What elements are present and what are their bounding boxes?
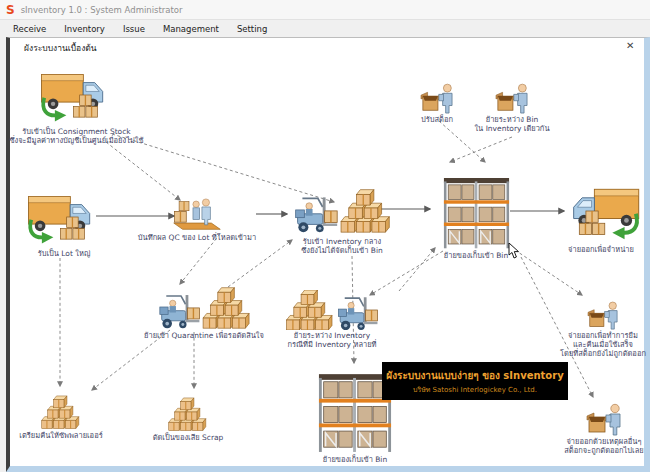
node-issue-sale[interactable]: จ่ายออกเพื่อจำหน่าย [558, 178, 644, 254]
menu-issue[interactable]: Issue [114, 22, 154, 36]
node-adjust-stock[interactable]: ปรับสต็อก [407, 82, 467, 124]
node-label: ซึ่งยังไม่ได้จัดเก็บเข้า Bin [301, 246, 383, 255]
node-issue-other[interactable]: จ่ายออกด้วยเหตุผลอื่นๆสต็อกจะถูกตัดออกไป… [560, 402, 648, 455]
caption-box: ผังระบบงานแบบง่ายๆ ของ sInventory บริษัท… [382, 362, 568, 400]
qc-station-icon [171, 198, 223, 232]
truck-icon [37, 64, 117, 126]
window-title: sInventory 1.0 : System Administrator [21, 5, 183, 15]
node-label: บันทึกผล QC ของ Lot ที่โหลดเข้ามา [138, 233, 256, 242]
node-qc[interactable]: บันทึกผล QC ของ Lot ที่โหลดเข้ามา [148, 198, 246, 242]
node-label: จ่ายออกเพื่อทำการยืม [560, 331, 646, 340]
node-label: และคืนเมื่อใช้เสร็จ [560, 340, 646, 349]
node-label: ย้ายของเก็บเข้า Bin [444, 251, 508, 260]
node-move-between-inventory[interactable]: ย้ายระหว่าง Inventoryกรณีที่มี Inventory… [276, 290, 388, 349]
node-label: จ่ายออกด้วยเหตุผลอื่นๆ [564, 437, 643, 446]
node-label: ซึ่งจะมีมูลค่าทางบัญชีเป็นศูนย์เมื่อยังไ… [9, 136, 143, 145]
node-label: ตัดเป็นของเสีย Scrap [153, 433, 224, 442]
node-store-bin[interactable]: ย้ายของเก็บเข้า Bin [436, 178, 516, 260]
node-label: กรณีที่มี Inventory หลายที่ [287, 340, 376, 349]
caption-title: ผังระบบงานแบบง่ายๆ ของ sInventory [386, 368, 563, 383]
app-logo-icon: S [6, 4, 15, 16]
app-window: { "window": { "logo": "S", "title": "sIn… [0, 0, 650, 472]
node-label: จ่ายออกเพื่อจำหน่าย [568, 245, 634, 254]
person-box-icon [586, 402, 622, 436]
node-label: รับเป็น Lot ใหญ่ [38, 249, 91, 258]
box-pile-icon [35, 390, 87, 430]
node-label: รับเข้า Inventory กลาง [301, 237, 383, 246]
person-box-icon [495, 82, 529, 114]
menu-bar: Receive Inventory Issue Management Setti… [0, 20, 650, 37]
menu-setting[interactable]: Setting [228, 22, 276, 36]
node-receive-lot[interactable]: รับเป็น Lot ใหญ่ [10, 186, 118, 258]
person-box-icon [587, 300, 619, 330]
pyramid-forklift-icon [282, 290, 382, 330]
node-label: เตรียมคืนให้ซัพพลายเออร์ [19, 431, 102, 440]
node-return-supplier[interactable]: เตรียมคืนให้ซัพพลายเออร์ [18, 390, 104, 440]
truck-icon [24, 186, 104, 248]
node-label: ใน Inventory เดียวกัน [474, 124, 549, 133]
rack-icon [443, 178, 510, 250]
node-label: ย้ายระหว่าง Inventory [287, 331, 376, 340]
node-scrap[interactable]: ตัดเป็นของเสีย Scrap [145, 392, 231, 442]
node-quarantine[interactable]: ย้ายเข้า Quarantine เพื่อรอตัดสินใจ [146, 284, 262, 340]
node-label: ย้ายเข้า Quarantine เพื่อรอตัดสินใจ [144, 331, 264, 340]
node-label: ย้ายระหว่าง Bin [474, 115, 549, 124]
node-label: สต็อกจะถูกตัดออกไปเลย [564, 446, 643, 455]
menu-management[interactable]: Management [154, 22, 228, 36]
node-label: ย้ายของเก็บเข้า Bin [323, 455, 387, 464]
node-label: ปรับสต็อก [421, 115, 453, 124]
forklift-pyramid-icon [156, 284, 252, 330]
box-pile-icon [162, 392, 214, 432]
node-receive-inventory[interactable]: รับเข้า Inventory กลางซึ่งยังไม่ได้จัดเก… [288, 180, 396, 255]
truck-icon [559, 178, 643, 244]
person-box-icon [420, 82, 454, 114]
menu-receive[interactable]: Receive [4, 22, 55, 36]
panel-title: ผังระบบงานเบื้องต้น [24, 41, 97, 55]
mouse-cursor [508, 243, 520, 259]
node-borrow[interactable]: จ่ายออกเพื่อทำการยืมและคืนเมื่อใช้เสร็จโ… [556, 300, 650, 358]
title-bar: S sInventory 1.0 : System Administrator [0, 0, 650, 20]
node-move-between-bin[interactable]: ย้ายระหว่าง Binใน Inventory เดียวกัน [480, 82, 544, 133]
close-icon[interactable]: ✕ [626, 40, 634, 51]
node-label: รับเข้าเป็น Consignment Stock [9, 127, 143, 136]
rack-icon [318, 374, 392, 454]
node-label: โดยที่สต็อกยังไม่ถูกตัดออก [560, 349, 646, 358]
node-consignment[interactable]: รับเข้าเป็น Consignment Stockซึ่งจะมีมูล… [4, 64, 149, 145]
forklift-pyramid-icon [292, 180, 392, 236]
menu-inventory[interactable]: Inventory [55, 22, 114, 36]
caption-company: บริษัท Satoshi Interlogickey Co., Ltd. [413, 384, 537, 395]
